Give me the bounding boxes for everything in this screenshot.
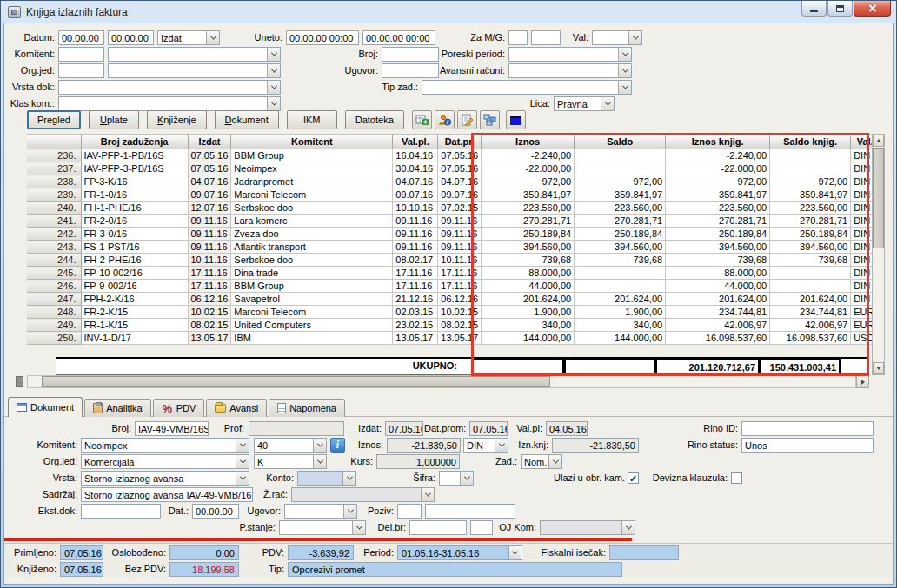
table-cell[interactable]: 17.11.16	[393, 267, 438, 280]
table-cell[interactable]: 10.02.15	[438, 306, 482, 319]
table-row[interactable]: 248.FR-2-K/1510.02.15Marconi Telecom02.0…	[27, 306, 880, 319]
sadrzaj-input[interactable]: Storno izlaznog avansa IAV-49-VMB/16S	[81, 487, 253, 502]
period-select-button[interactable]	[508, 545, 522, 560]
table-cell[interactable]: Dina trade	[231, 267, 393, 280]
table-cell[interactable]: 10.11.16	[188, 254, 231, 267]
table-cell[interactable]: 359.841,97	[575, 188, 666, 202]
table-cell[interactable]: 739,68	[666, 254, 770, 267]
table-cell[interactable]: 09.11.16	[393, 215, 438, 228]
chevron-down-icon[interactable]	[460, 472, 473, 485]
table-cell[interactable]: 201.624,00	[575, 293, 666, 306]
table-cell[interactable]: 201.624,00	[770, 293, 851, 306]
chevron-down-icon[interactable]	[342, 472, 355, 485]
table-cell[interactable]: 1.900,00	[482, 306, 575, 319]
table-cell[interactable]: FR-2-0/16	[81, 215, 188, 228]
table-cell[interactable]: Serbskoe doo	[231, 202, 393, 215]
konto-select[interactable]	[297, 471, 356, 486]
table-cell[interactable]: 09.11.16	[188, 241, 231, 254]
table-cell[interactable]: 359.841,97	[666, 188, 770, 202]
table-cell[interactable]: 359.841,97	[482, 188, 575, 202]
table-cell[interactable]: BBM Group	[231, 149, 393, 162]
table-cell[interactable]: 243.	[27, 241, 81, 254]
chevron-down-icon[interactable]	[548, 455, 561, 468]
table-cell[interactable]: 239.	[27, 188, 81, 202]
chevron-down-icon[interactable]	[618, 81, 631, 94]
table-cell[interactable]: Jadranpromet	[231, 175, 393, 188]
table-row[interactable]: 237.IAV-PFP-3-PB/16S07.05.16Neoimpex30.0…	[27, 162, 880, 175]
val-select[interactable]	[592, 30, 642, 45]
edit-document-icon[interactable]	[457, 110, 477, 129]
table-cell[interactable]: 12.07.16	[188, 202, 231, 215]
chevron-down-icon[interactable]	[352, 521, 365, 534]
table-row[interactable]: 247.FPH-2-K/1606.12.16Savapetrol21.12.16…	[27, 293, 880, 306]
toolbar-button-pregled[interactable]: Pregled	[27, 110, 81, 129]
poziv-input-2[interactable]	[425, 504, 515, 519]
komitent-code-select[interactable]: 40	[254, 438, 327, 453]
table-cell[interactable]: 394.560,00	[666, 241, 770, 254]
table-cell[interactable]: 250.189,84	[666, 228, 770, 241]
chevron-down-icon[interactable]	[236, 439, 249, 452]
table-cell[interactable]: United Computers	[231, 319, 393, 332]
prof-input[interactable]	[249, 421, 344, 436]
table-cell[interactable]: 09.11.16	[438, 228, 482, 241]
table-cell[interactable]	[770, 149, 851, 162]
table-cell[interactable]: 972,00	[770, 175, 851, 188]
table-cell[interactable]: 06.12.16	[438, 293, 482, 306]
table-cell[interactable]: 250.	[27, 332, 81, 345]
table-cell[interactable]	[575, 149, 666, 162]
table-cell[interactable]: Serbskoe doo	[231, 254, 393, 267]
table-cell[interactable]	[575, 162, 666, 175]
table-cell[interactable]: FP-9-002/16	[81, 280, 188, 293]
table-cell[interactable]: 250.189,84	[770, 228, 851, 241]
table-cell[interactable]: 223.560,00	[666, 202, 770, 215]
table-cell[interactable]: 88.000,00	[666, 267, 770, 280]
izdat-status-select[interactable]: Izdat	[157, 30, 220, 45]
splitter-grip[interactable]	[16, 376, 23, 387]
table-cell[interactable]: 238.	[27, 175, 81, 188]
table-cell[interactable]: 09.11.16	[393, 241, 438, 254]
table-cell[interactable]: IBM	[231, 332, 393, 345]
table-cell[interactable]: 242.	[27, 228, 81, 241]
kurs-input[interactable]: 1,000000	[376, 454, 460, 469]
detail-komitent-select[interactable]: Neoimpex	[81, 438, 249, 453]
table-cell[interactable]: 394.560,00	[770, 241, 851, 254]
chevron-down-icon[interactable]	[628, 31, 641, 44]
horizontal-scrollbar[interactable]	[16, 375, 869, 388]
table-cell[interactable]: 09.07.16	[188, 188, 231, 202]
table-cell[interactable]: 972,00	[575, 175, 666, 188]
table-cell[interactable]: 17.11.16	[188, 267, 231, 280]
chevron-down-icon[interactable]	[343, 505, 356, 518]
table-cell[interactable]: Atlantik transport	[231, 241, 393, 254]
table-row[interactable]: 242.FR-3-0/1609.11.16Zveza doo09.11.1609…	[27, 228, 880, 241]
table-cell[interactable]: 201.624,00	[666, 293, 770, 306]
table-cell[interactable]: 739,68	[482, 254, 575, 267]
table-cell[interactable]: 10.02.15	[188, 306, 231, 319]
blue-square-icon[interactable]	[506, 110, 526, 129]
table-cell[interactable]: 04.07.16	[393, 175, 438, 188]
table-row[interactable]: 250.INV-1-D/1713.05.17IBM13.05.1713.05.1…	[27, 332, 880, 345]
table-cell[interactable]: 394.560,00	[482, 241, 575, 254]
detail-val-pl-input[interactable]: 04.05.16	[546, 421, 588, 436]
table-cell[interactable]: 250.189,84	[482, 228, 575, 241]
table-cell[interactable]: FP-3-K/16	[81, 175, 188, 188]
table-cell[interactable]: 144.000,00	[575, 332, 666, 345]
tab-napomena[interactable]: Napomena	[269, 399, 345, 417]
table-cell[interactable]: Neoimpex	[231, 162, 393, 175]
column-header-5[interactable]: Dat.pr.	[438, 135, 482, 149]
org-jed-code-input[interactable]	[58, 63, 104, 78]
table-cell[interactable]: 972,00	[482, 175, 575, 188]
chevron-down-icon[interactable]	[313, 439, 326, 452]
table-cell[interactable]: 08.02.15	[188, 319, 231, 332]
org-chart-icon[interactable]	[480, 110, 500, 129]
scroll-down-button[interactable]	[873, 362, 884, 374]
close-button[interactable]	[854, 1, 891, 17]
uneto-from-input[interactable]: 00.00.00 00:00	[286, 30, 359, 45]
devizna-checkbox[interactable]	[731, 472, 742, 484]
komitent-filter-select[interactable]	[108, 47, 281, 62]
table-cell[interactable]: 394.560,00	[575, 241, 666, 254]
table-cell[interactable]: 09.11.16	[188, 228, 231, 241]
toolbar-button-datoteka[interactable]: Datoteka	[345, 110, 404, 129]
detail-iznos-input[interactable]: -21.839,50	[387, 438, 461, 453]
table-cell[interactable]: 06.12.16	[188, 293, 231, 306]
table-cell[interactable]: Zveza doo	[231, 228, 393, 241]
